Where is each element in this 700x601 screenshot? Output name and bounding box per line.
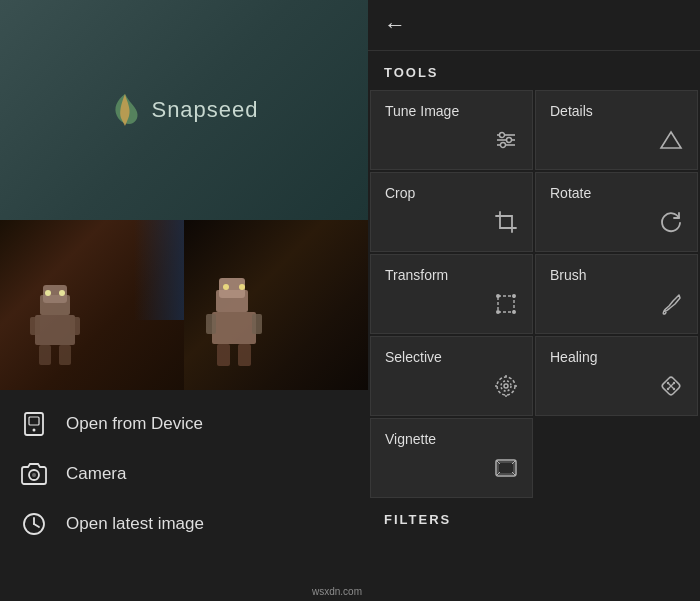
svg-point-12 <box>223 284 229 290</box>
tool-crop-label: Crop <box>385 185 518 201</box>
rotate-icon <box>659 210 683 239</box>
healing-icon <box>659 374 683 403</box>
svg-point-31 <box>507 138 512 143</box>
svg-point-3 <box>45 290 51 296</box>
tools-section-title: TOOLS <box>368 51 700 90</box>
tool-vignette-label: Vignette <box>385 431 518 447</box>
svg-rect-5 <box>35 315 75 345</box>
app-title: Snapseed <box>151 97 258 123</box>
crop-icon <box>494 210 518 239</box>
svg-point-23 <box>32 473 36 477</box>
camera-icon <box>20 460 48 488</box>
svg-point-51 <box>673 382 675 384</box>
tool-tune-image[interactable]: Tune Image <box>370 90 533 170</box>
svg-rect-34 <box>498 296 514 312</box>
watermark: wsxdn.com <box>312 586 362 597</box>
svg-line-26 <box>34 524 39 527</box>
tool-healing-label: Healing <box>550 349 683 365</box>
open-from-device-item[interactable]: Open from Device <box>20 410 348 438</box>
svg-rect-8 <box>39 345 51 365</box>
svg-rect-19 <box>25 413 43 435</box>
svg-rect-9 <box>59 345 71 365</box>
photo-right[interactable] <box>184 220 368 390</box>
tool-transform[interactable]: Transform <box>370 254 533 334</box>
svg-point-38 <box>512 310 516 314</box>
svg-rect-15 <box>206 314 216 334</box>
robot-toy-right-icon <box>194 270 274 380</box>
filters-section-title: FILTERS <box>368 498 700 537</box>
tools-grid: Tune Image Details <box>368 90 700 498</box>
tool-selective[interactable]: Selective <box>370 336 533 416</box>
tool-rotate-label: Rotate <box>550 185 683 201</box>
triangle-icon <box>659 128 683 157</box>
open-latest-item[interactable]: Open latest image <box>20 510 348 538</box>
snapseed-logo-icon <box>109 92 141 128</box>
svg-rect-17 <box>217 344 230 366</box>
snapseed-header: Snapseed <box>0 0 368 220</box>
transform-icon <box>494 292 518 321</box>
svg-point-4 <box>59 290 65 296</box>
tool-details[interactable]: Details <box>535 90 698 170</box>
svg-rect-16 <box>252 314 262 334</box>
left-panel: Snapseed <box>0 0 368 601</box>
selective-icon <box>494 374 518 403</box>
right-panel: ← TOOLS Tune Image Details <box>368 0 700 601</box>
tool-details-label: Details <box>550 103 683 119</box>
tool-healing[interactable]: Healing <box>535 336 698 416</box>
svg-point-35 <box>496 294 500 298</box>
svg-point-41 <box>504 384 508 388</box>
svg-rect-7 <box>70 317 80 335</box>
svg-point-52 <box>667 388 669 390</box>
svg-point-30 <box>500 133 505 138</box>
svg-point-40 <box>501 381 511 391</box>
menu-items: Open from Device Camera Open latest <box>0 390 368 601</box>
svg-point-32 <box>501 143 506 148</box>
back-button[interactable]: ← <box>384 12 406 38</box>
svg-point-37 <box>496 310 500 314</box>
open-from-device-label: Open from Device <box>66 414 203 434</box>
open-latest-label: Open latest image <box>66 514 204 534</box>
vignette-icon <box>494 456 518 485</box>
tool-transform-label: Transform <box>385 267 518 283</box>
svg-rect-6 <box>30 317 40 335</box>
svg-point-13 <box>239 284 245 290</box>
svg-point-20 <box>33 429 36 432</box>
device-icon <box>20 410 48 438</box>
svg-rect-18 <box>238 344 251 366</box>
svg-point-36 <box>512 294 516 298</box>
tool-brush-label: Brush <box>550 267 683 283</box>
camera-label: Camera <box>66 464 126 484</box>
photos-strip <box>0 220 368 390</box>
tool-vignette[interactable]: Vignette <box>370 418 533 498</box>
clock-icon <box>20 510 48 538</box>
svg-marker-33 <box>661 132 681 148</box>
brush-icon <box>659 292 683 321</box>
panel-header: ← <box>368 0 700 51</box>
svg-point-49 <box>667 382 669 384</box>
svg-point-50 <box>673 388 675 390</box>
tool-brush[interactable]: Brush <box>535 254 698 334</box>
tool-tune-image-label: Tune Image <box>385 103 518 119</box>
tool-selective-label: Selective <box>385 349 518 365</box>
svg-point-39 <box>497 377 515 395</box>
photo-left[interactable] <box>0 220 184 390</box>
sliders-icon <box>494 128 518 157</box>
tool-crop[interactable]: Crop <box>370 172 533 252</box>
svg-rect-54 <box>498 462 514 474</box>
svg-rect-14 <box>212 312 256 344</box>
svg-rect-21 <box>29 417 39 425</box>
robot-toy-left-icon <box>15 275 95 375</box>
camera-item[interactable]: Camera <box>20 460 348 488</box>
tool-rotate[interactable]: Rotate <box>535 172 698 252</box>
